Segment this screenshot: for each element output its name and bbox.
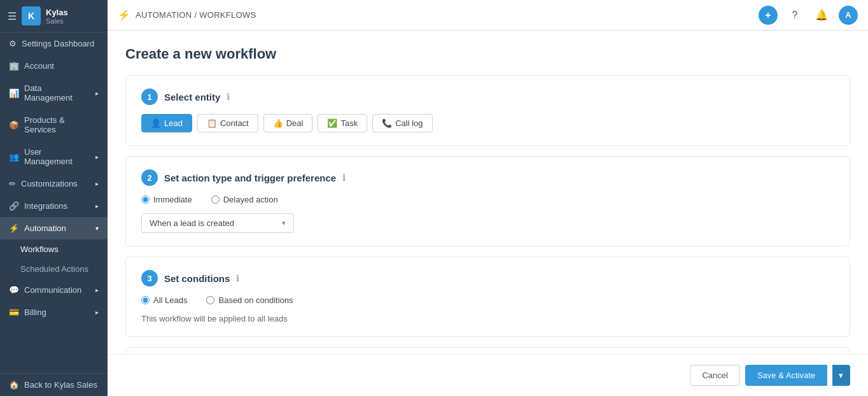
section1-title: Select entity bbox=[164, 92, 220, 103]
section3-title: Set conditions bbox=[164, 273, 230, 284]
brand-title: Kylas bbox=[46, 8, 68, 17]
sidebar-header: ☰ K Kylas Sales bbox=[0, 0, 108, 32]
sidebar-item-label: Billing bbox=[24, 308, 46, 317]
entity-deal-label: Deal bbox=[286, 118, 304, 128]
automation-topbar-icon: ⚡ bbox=[118, 9, 130, 21]
section-actions: 4 Set actions to be performed ℹ 1 Market… bbox=[125, 347, 850, 354]
user-management-icon: 👥 bbox=[9, 152, 19, 162]
sidebar-nav: ⚙ Settings Dashboard 🏢 Account 📊 Data Ma… bbox=[0, 32, 108, 373]
content-area: Create a new workflow 1 Select entity ℹ … bbox=[108, 31, 868, 354]
save-activate-arrow-button[interactable]: ▾ bbox=[832, 365, 850, 386]
add-button[interactable]: + bbox=[759, 6, 778, 25]
task-icon: ✅ bbox=[327, 118, 337, 128]
all-leads-label: All Leads bbox=[153, 295, 187, 305]
condition-info-text: This workflow will be applied to all lea… bbox=[141, 314, 834, 323]
immediate-radio[interactable] bbox=[141, 195, 150, 204]
step1-circle: 1 bbox=[141, 88, 158, 105]
sidebar-item-data-management[interactable]: 📊 Data Management ▸ bbox=[0, 77, 108, 109]
brand-logo: K bbox=[22, 6, 41, 25]
footer-bar: Cancel Save & Activate ▾ bbox=[108, 354, 868, 396]
brand-name: Kylas Sales bbox=[46, 8, 68, 25]
based-on-conditions-radio[interactable] bbox=[206, 296, 214, 304]
info-icon-3[interactable]: ℹ bbox=[236, 273, 239, 283]
delayed-radio[interactable] bbox=[211, 195, 220, 204]
entity-lead-label: Lead bbox=[164, 118, 183, 128]
section3-header: 3 Set conditions ℹ bbox=[141, 270, 834, 286]
sidebar-item-label: Integrations bbox=[24, 201, 67, 211]
based-on-conditions-radio-label[interactable]: Based on conditions bbox=[206, 295, 293, 305]
sidebar-item-settings[interactable]: ⚙ Settings Dashboard bbox=[0, 32, 108, 55]
section-action-type: 2 Set action type and trigger preference… bbox=[125, 156, 850, 246]
section-conditions: 3 Set conditions ℹ All Leads Based on co… bbox=[125, 257, 850, 337]
chevron-right-icon: ▸ bbox=[95, 286, 99, 293]
conditions-radio-group: All Leads Based on conditions bbox=[141, 295, 834, 305]
notifications-button[interactable]: 🔔 bbox=[812, 6, 831, 25]
entity-deal-button[interactable]: 👍 Deal bbox=[263, 114, 313, 132]
data-management-icon: 📊 bbox=[9, 88, 19, 98]
step2-circle: 2 bbox=[141, 169, 158, 186]
calllog-icon: 📞 bbox=[382, 118, 392, 128]
entity-contact-button[interactable]: 📋 Contact bbox=[197, 114, 258, 132]
save-activate-button[interactable]: Save & Activate bbox=[745, 365, 827, 386]
cancel-button[interactable]: Cancel bbox=[690, 365, 739, 386]
back-icon: 🏠 bbox=[9, 380, 19, 390]
customizations-icon: ✏ bbox=[9, 179, 16, 188]
delayed-label: Delayed action bbox=[223, 195, 278, 204]
info-icon-2[interactable]: ℹ bbox=[342, 173, 346, 183]
deal-icon: 👍 bbox=[273, 118, 283, 128]
trigger-dropdown[interactable]: When a lead is created ▾ bbox=[141, 213, 294, 233]
integrations-icon: 🔗 bbox=[9, 201, 19, 211]
main-area: ⚡ AUTOMATION / WORKFLOWS + ? 🔔 A Create … bbox=[108, 0, 868, 396]
sidebar-item-communication[interactable]: 💬 Communication ▸ bbox=[0, 279, 108, 301]
sidebar: ☰ K Kylas Sales ⚙ Settings Dashboard 🏢 A… bbox=[0, 0, 108, 396]
chevron-down-icon: ▾ bbox=[282, 219, 286, 227]
hamburger-icon[interactable]: ☰ bbox=[8, 10, 17, 22]
contact-icon: 📋 bbox=[207, 118, 217, 128]
brand-subtitle: Sales bbox=[46, 17, 68, 25]
sidebar-item-integrations[interactable]: 🔗 Integrations ▸ bbox=[0, 195, 108, 217]
sidebar-item-automation[interactable]: ⚡ Automation ▾ bbox=[0, 217, 108, 239]
sidebar-item-scheduled-actions[interactable]: Scheduled Actions bbox=[0, 259, 108, 279]
products-icon: 📦 bbox=[9, 120, 19, 130]
immediate-radio-label[interactable]: Immediate bbox=[141, 195, 192, 204]
chevron-right-icon: ▸ bbox=[95, 180, 99, 187]
account-icon: 🏢 bbox=[9, 61, 19, 71]
back-label: Back to Kylas Sales bbox=[24, 380, 97, 390]
back-to-kylas-button[interactable]: 🏠 Back to Kylas Sales bbox=[0, 373, 108, 396]
all-leads-radio[interactable] bbox=[141, 296, 150, 304]
entity-task-button[interactable]: ✅ Task bbox=[318, 114, 367, 132]
section2-header: 2 Set action type and trigger preference… bbox=[141, 169, 834, 186]
billing-icon: 💳 bbox=[9, 308, 19, 317]
info-icon[interactable]: ℹ bbox=[227, 92, 230, 102]
chevron-down-icon: ▾ bbox=[95, 225, 99, 232]
sidebar-item-customizations[interactable]: ✏ Customizations ▸ bbox=[0, 173, 108, 195]
sidebar-item-label: Customizations bbox=[21, 179, 78, 188]
help-button[interactable]: ? bbox=[785, 6, 804, 25]
sidebar-item-workflows[interactable]: Workflows bbox=[0, 239, 108, 259]
all-leads-radio-label[interactable]: All Leads bbox=[141, 295, 187, 305]
sidebar-item-products-services[interactable]: 📦 Products & Services bbox=[0, 109, 108, 141]
entity-lead-button[interactable]: 👤 Lead bbox=[141, 114, 192, 132]
sidebar-item-label: Communication bbox=[24, 285, 81, 295]
entity-contact-label: Contact bbox=[220, 118, 249, 128]
entity-buttons: 👤 Lead 📋 Contact 👍 Deal ✅ Task bbox=[141, 114, 834, 132]
entity-calllog-label: Call log bbox=[395, 118, 423, 128]
sidebar-item-account[interactable]: 🏢 Account bbox=[0, 55, 108, 77]
sidebar-item-label: Settings Dashboard bbox=[22, 39, 94, 48]
chevron-right-icon: ▸ bbox=[95, 90, 99, 97]
sidebar-item-label: Data Management bbox=[24, 83, 90, 103]
breadcrumb: AUTOMATION / WORKFLOWS bbox=[136, 10, 256, 20]
sidebar-item-label: User Management bbox=[24, 147, 90, 166]
section-select-entity: 1 Select entity ℹ 👤 Lead 📋 Contact 👍 bbox=[125, 75, 850, 146]
page-title: Create a new workflow bbox=[125, 46, 850, 62]
step3-circle: 3 bbox=[141, 270, 158, 286]
settings-icon: ⚙ bbox=[9, 39, 17, 48]
sidebar-item-user-management[interactable]: 👥 User Management ▸ bbox=[0, 141, 108, 173]
topbar: ⚡ AUTOMATION / WORKFLOWS + ? 🔔 A bbox=[108, 0, 868, 31]
entity-calllog-button[interactable]: 📞 Call log bbox=[372, 114, 432, 132]
delayed-radio-label[interactable]: Delayed action bbox=[211, 195, 278, 204]
trigger-value: When a lead is created bbox=[150, 218, 234, 228]
sidebar-item-billing[interactable]: 💳 Billing ▸ bbox=[0, 301, 108, 323]
sidebar-item-label: Products & Services bbox=[24, 115, 99, 134]
avatar[interactable]: A bbox=[839, 6, 858, 25]
